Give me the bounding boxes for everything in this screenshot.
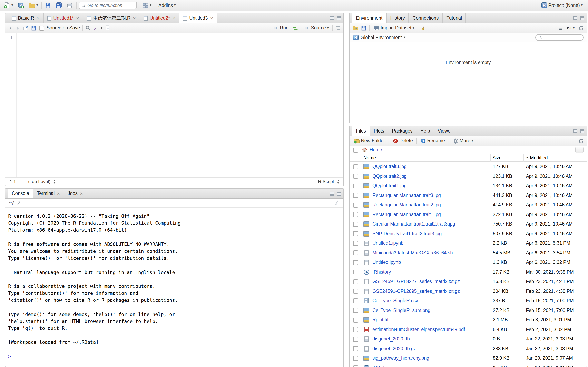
compile-report-icon[interactable] bbox=[105, 25, 110, 31]
column-header-modified[interactable]: ▼Modified bbox=[523, 154, 587, 162]
open-file-button[interactable]: ▾ bbox=[27, 1, 39, 9]
file-checkbox[interactable] bbox=[353, 231, 358, 236]
print-button[interactable] bbox=[65, 1, 74, 9]
addins-button[interactable]: Addins ▾ bbox=[157, 1, 177, 9]
file-checkbox[interactable] bbox=[353, 241, 358, 246]
file-checkbox[interactable] bbox=[353, 164, 358, 169]
environment-scope-label[interactable]: Global Environment bbox=[361, 34, 402, 41]
scope-selector[interactable]: (Top Level) bbox=[28, 179, 51, 185]
file-checkbox[interactable] bbox=[353, 346, 358, 351]
file-checkbox[interactable] bbox=[353, 337, 358, 342]
select-all-checkbox[interactable] bbox=[353, 147, 358, 152]
source-button[interactable]: Source ▾ bbox=[303, 24, 330, 32]
file-checkbox[interactable] bbox=[353, 184, 358, 188]
popout-icon[interactable] bbox=[23, 25, 29, 31]
save-all-button[interactable] bbox=[54, 1, 63, 9]
file-checkbox[interactable] bbox=[353, 299, 358, 303]
files-pane-tab[interactable]: Packages bbox=[388, 126, 417, 136]
breadcrumb-ellipsis-button[interactable]: ... bbox=[575, 147, 584, 153]
file-name-link[interactable]: Circular-Manhattan.trait1.trait2.trait3.… bbox=[371, 221, 490, 227]
editor-text-area[interactable] bbox=[17, 33, 343, 177]
file-name-link[interactable]: disgenet_2020.db.gz bbox=[371, 346, 490, 352]
minimize-pane-icon[interactable] bbox=[330, 16, 334, 20]
maximize-pane-icon[interactable] bbox=[580, 16, 584, 20]
code-tools-wand-icon[interactable] bbox=[93, 25, 98, 31]
file-type-stepper-icon[interactable] bbox=[337, 179, 340, 184]
file-checkbox[interactable] bbox=[353, 193, 358, 198]
project-selector[interactable]: R Project: (None) ▾ bbox=[540, 1, 584, 9]
code-editor[interactable]: 1 bbox=[5, 33, 343, 177]
environment-tab[interactable]: Connections bbox=[409, 13, 443, 23]
source-tab[interactable]: Untitled2* × bbox=[140, 13, 180, 23]
more-button[interactable]: More ▾ bbox=[451, 137, 474, 145]
file-checkbox[interactable] bbox=[353, 327, 358, 332]
file-name-link[interactable]: Untitled.ipynb bbox=[371, 259, 490, 266]
file-checkbox[interactable] bbox=[353, 250, 358, 256]
rename-button[interactable]: Rename bbox=[419, 137, 446, 145]
file-checkbox[interactable] bbox=[353, 222, 358, 227]
close-tab-icon[interactable]: × bbox=[76, 16, 79, 21]
file-name-link[interactable]: sig_pathway_hierarchy.png bbox=[371, 355, 490, 361]
goto-file-input[interactable] bbox=[87, 3, 134, 8]
back-icon[interactable] bbox=[8, 25, 13, 30]
file-checkbox[interactable] bbox=[353, 356, 358, 361]
file-name-link[interactable]: GSE24591-GPL8227_series_matrix.txt.gz bbox=[371, 279, 490, 285]
maximize-pane-icon[interactable] bbox=[337, 16, 341, 20]
file-name-link[interactable]: Untitled1.ipynb bbox=[371, 240, 490, 247]
file-name-link[interactable]: Rectangular-Manhattan.trait1.jpg bbox=[371, 212, 490, 218]
file-checkbox[interactable] bbox=[353, 366, 358, 367]
file-checkbox[interactable] bbox=[353, 318, 358, 323]
file-checkbox[interactable] bbox=[353, 308, 358, 313]
file-name-link[interactable]: CellType_SingleR.csv bbox=[371, 298, 490, 304]
file-type-selector[interactable]: R Script bbox=[318, 179, 334, 185]
console-prompt-line[interactable]: > bbox=[8, 353, 341, 360]
panes-layout-button[interactable]: ▾ bbox=[141, 1, 153, 9]
files-pane-tab[interactable]: Files bbox=[352, 126, 370, 136]
import-dataset-button[interactable]: Import Dataset ▾ bbox=[372, 24, 415, 32]
minimize-pane-icon[interactable] bbox=[573, 129, 577, 133]
environment-tab[interactable]: History bbox=[387, 13, 409, 23]
find-icon[interactable] bbox=[85, 25, 91, 31]
new-project-button[interactable]: R bbox=[16, 1, 25, 9]
close-tab-icon[interactable]: × bbox=[210, 16, 213, 21]
file-checkbox[interactable] bbox=[353, 203, 358, 208]
file-name-link[interactable]: Miniconda3-latest-MacOSX-x86_64.sh bbox=[371, 250, 490, 256]
file-name-link[interactable]: QQplot.trait3.jpg bbox=[371, 164, 490, 170]
close-tab-icon[interactable]: × bbox=[57, 191, 60, 196]
file-checkbox[interactable] bbox=[353, 270, 358, 275]
forward-icon[interactable] bbox=[16, 25, 20, 30]
environment-tab[interactable]: Environment bbox=[352, 13, 387, 23]
console-output[interactable]: R version 4.0.2 (2020-06-22) -- "Taking … bbox=[5, 208, 343, 367]
close-tab-icon[interactable]: × bbox=[36, 16, 39, 21]
file-name-link[interactable]: Rplot.tiff bbox=[371, 317, 490, 323]
files-pane-tab[interactable]: Viewer bbox=[434, 126, 456, 136]
maximize-pane-icon[interactable] bbox=[580, 129, 584, 133]
environment-tab[interactable]: Tutorial bbox=[443, 13, 466, 23]
source-tab[interactable]: 生信笔记第二期.R × bbox=[83, 13, 140, 23]
column-header-name[interactable]: Name bbox=[362, 155, 490, 161]
refresh-icon[interactable] bbox=[578, 25, 584, 31]
environment-search-input[interactable] bbox=[544, 35, 581, 40]
files-pane-tab[interactable]: Help bbox=[417, 126, 434, 136]
list-view-button[interactable]: List ▾ bbox=[557, 24, 576, 32]
files-pane-tab[interactable]: Plots bbox=[370, 126, 388, 136]
save-icon[interactable] bbox=[31, 25, 37, 31]
delete-button[interactable]: Delete bbox=[392, 137, 414, 145]
file-name-link[interactable]: disgenet_2020.db bbox=[371, 336, 490, 342]
refresh-icon[interactable] bbox=[578, 138, 584, 144]
clear-console-icon[interactable] bbox=[334, 200, 340, 206]
load-workspace-icon[interactable] bbox=[352, 25, 359, 31]
file-name-link[interactable]: Rectangular-Manhattan.trait2.jpg bbox=[371, 202, 490, 208]
source-tab[interactable]: Untitled3 × bbox=[180, 13, 217, 23]
console-tab[interactable]: Console × bbox=[8, 189, 33, 198]
file-name-link[interactable]: QQplot.trait2.jpg bbox=[371, 173, 490, 179]
console-tab[interactable]: Jobs × bbox=[64, 189, 87, 198]
file-name-link[interactable]: QQplot.trait1.jpg bbox=[371, 183, 490, 189]
save-workspace-icon[interactable] bbox=[361, 25, 367, 31]
document-outline-icon[interactable] bbox=[335, 25, 341, 31]
file-name-link[interactable]: Rectangular-Manhattan.trait3.jpg bbox=[371, 192, 490, 199]
run-button[interactable]: Run bbox=[272, 24, 290, 32]
new-folder-button[interactable]: New Folder bbox=[352, 137, 386, 145]
file-checkbox[interactable] bbox=[353, 289, 358, 294]
column-header-size[interactable]: Size bbox=[490, 154, 523, 162]
